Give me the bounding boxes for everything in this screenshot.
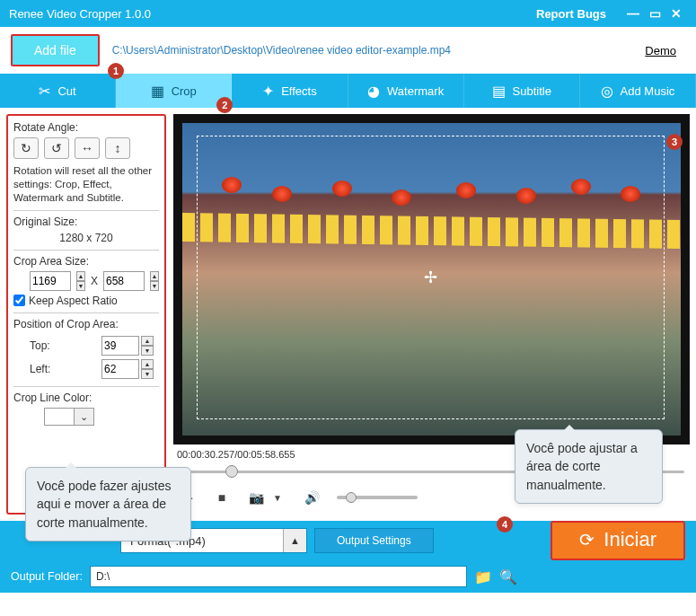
rotation-hint: Rotation will reset all the other settin…: [13, 164, 159, 205]
title-bar: Renee Video Cropper 1.0.0 Report Bugs — …: [0, 0, 696, 27]
tab-add-music[interactable]: ◎Add Music: [580, 74, 696, 108]
annotation-1: 1: [108, 63, 124, 79]
tab-crop[interactable]: ▦Crop 2: [116, 74, 232, 108]
tab-subtitle[interactable]: ▤Subtitle: [464, 74, 580, 108]
keep-aspect-ratio-label: Keep Aspect Ratio: [29, 295, 118, 307]
folder-icon[interactable]: 📁: [474, 568, 492, 585]
tab-effects[interactable]: ✦Effects: [232, 74, 348, 108]
tab-label: Add Music: [621, 84, 675, 98]
rotate-angle-label: Rotate Angle:: [13, 121, 159, 134]
output-settings-button[interactable]: Output Settings: [314, 528, 434, 553]
output-format-dropdown[interactable]: ▲: [283, 529, 306, 552]
original-size-value: 1280 x 720: [13, 232, 159, 244]
output-folder-input[interactable]: [90, 566, 467, 587]
video-preview[interactable]: ✢ 3: [173, 114, 690, 444]
minimize-button[interactable]: —: [622, 6, 644, 21]
tab-label: Cut: [57, 84, 75, 98]
scissors-icon: ✂: [39, 83, 50, 100]
report-bugs-link[interactable]: Report Bugs: [536, 7, 606, 21]
tab-label: Subtitle: [513, 84, 551, 98]
crop-line-color-swatch: [44, 408, 75, 426]
snapshot-button[interactable]: 📷: [247, 488, 265, 506]
snapshot-dropdown[interactable]: ▼: [269, 488, 286, 506]
volume-thumb[interactable]: [346, 492, 357, 503]
top-toolbar: Add file 1 C:\Users\Administrator\Deskto…: [0, 27, 696, 74]
top-label: Top:: [30, 339, 50, 352]
app-title: Renee Video Cropper 1.0.0: [9, 7, 536, 21]
crop-line-color-dropdown[interactable]: ⌄: [75, 408, 94, 426]
tab-label: Crop: [172, 84, 197, 98]
sparkle-icon: ✦: [262, 83, 274, 100]
volume-button[interactable]: 🔊: [303, 488, 321, 506]
output-folder-bar: Output Folder: 📁 🔍: [0, 560, 696, 593]
current-file-path: C:\Users\Administrator\Desktop\Video\ren…: [112, 44, 646, 57]
original-size-label: Original Size:: [13, 216, 159, 228]
annotation-3: 3: [666, 134, 683, 150]
search-icon[interactable]: 🔍: [499, 568, 517, 585]
add-file-button[interactable]: Add file: [11, 34, 100, 66]
start-label: Iniciar: [603, 528, 656, 551]
top-input[interactable]: [101, 336, 139, 356]
keep-aspect-ratio-input[interactable]: [13, 295, 25, 306]
maximize-button[interactable]: ▭: [644, 6, 665, 21]
top-spinner[interactable]: ▲▼: [141, 336, 154, 356]
crop-selection-box[interactable]: ✢: [197, 136, 665, 419]
seek-thumb[interactable]: [225, 465, 238, 478]
tab-cut[interactable]: ✂Cut: [0, 74, 116, 108]
music-icon: ◎: [601, 83, 613, 100]
keep-aspect-ratio-checkbox[interactable]: Keep Aspect Ratio: [13, 295, 159, 307]
tab-bar: ✂Cut ▦Crop 2 ✦Effects ◕Watermark ▤Subtit…: [0, 74, 696, 108]
volume-slider[interactable]: [337, 496, 418, 499]
crop-area-size-label: Crop Area Size:: [13, 255, 159, 268]
left-spinner[interactable]: ▲▼: [141, 359, 154, 379]
left-label: Left:: [30, 363, 50, 375]
flip-vertical-button[interactable]: ↕: [105, 137, 130, 159]
close-button[interactable]: ✕: [665, 6, 687, 21]
crop-width-spinner[interactable]: ▲▼: [76, 271, 85, 291]
subtitle-icon: ▤: [492, 83, 506, 100]
tab-label: Watermark: [387, 84, 444, 98]
crop-icon: ▦: [151, 83, 164, 100]
start-button[interactable]: ⟳ Iniciar: [551, 521, 685, 560]
demo-link[interactable]: Demo: [645, 44, 676, 57]
annotation-4: 4: [497, 516, 513, 532]
callout-crop-box: Você pode ajustar a área de corte manual…: [515, 429, 663, 504]
rotate-cw-button[interactable]: ↻: [13, 137, 39, 159]
crop-settings-panel: Rotate Angle: ↻ ↺ ↔ ↕ Rotation will rese…: [6, 114, 166, 515]
tab-watermark[interactable]: ◕Watermark: [348, 74, 464, 108]
tab-label: Effects: [281, 84, 317, 98]
time-current: 00:00:30.257: [177, 449, 234, 460]
droplet-icon: ◕: [367, 83, 380, 100]
flip-horizontal-button[interactable]: ↔: [75, 137, 100, 159]
crop-line-color-label: Crop Line Color:: [13, 392, 159, 404]
crop-center-icon: ✢: [424, 268, 437, 287]
rotate-ccw-button[interactable]: ↺: [44, 137, 69, 159]
position-label: Position of Crop Area:: [13, 318, 159, 330]
crop-height-spinner[interactable]: ▲▼: [150, 271, 159, 291]
crop-width-input[interactable]: [30, 271, 71, 291]
refresh-icon: ⟳: [579, 529, 595, 550]
stop-button[interactable]: ■: [213, 488, 231, 506]
x-separator: X: [91, 275, 98, 287]
crop-height-input[interactable]: [103, 271, 145, 291]
left-input[interactable]: [101, 359, 139, 379]
callout-side-panel: Você pode fazer ajustes aqui e mover a á…: [25, 467, 191, 541]
time-total: 00:05:58.655: [237, 449, 295, 460]
output-folder-label: Output Folder:: [11, 570, 83, 583]
